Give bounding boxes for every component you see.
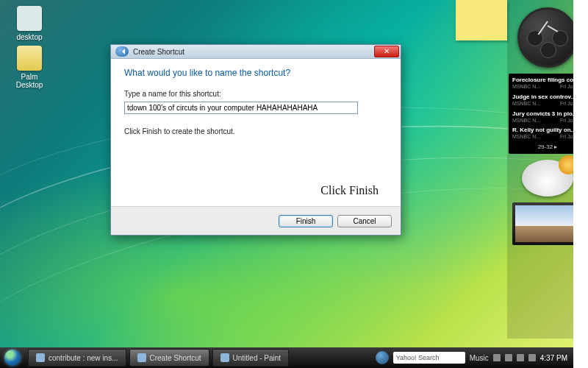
music-toolbar-label[interactable]: Music [470, 354, 489, 362]
cancel-button[interactable]: Cancel [337, 215, 392, 227]
desktop-wallpaper: desktop Palm Desktop Foreclosure filings… [0, 0, 588, 368]
feed-item[interactable]: Jury convicts 3 in plo... MSNBC N...Fri … [512, 110, 583, 124]
back-button[interactable] [115, 46, 129, 57]
feed-item[interactable]: Foreclosure filings co... MSNBC N...Fri … [512, 77, 583, 91]
wizard-footer: Finish Cancel [111, 206, 401, 235]
icon-label: desktop [7, 33, 51, 41]
desktop-icon-desktop[interactable]: desktop [7, 6, 51, 41]
tray-icon[interactable] [505, 354, 512, 361]
clock-subdial-icon [552, 30, 568, 46]
window-title: Create Shortcut [133, 48, 184, 56]
hp-advisor-icon[interactable] [376, 351, 389, 364]
palm-glyph-icon [17, 46, 42, 71]
feed-pager[interactable]: 29-32 ▸ [512, 144, 583, 151]
shortcut-name-input[interactable] [124, 102, 358, 114]
feed-source: MSNBC N... [512, 101, 540, 107]
feed-headline: Judge in sex controv... [512, 93, 583, 101]
clock-hand-icon [548, 25, 559, 32]
slideshow-image [515, 205, 580, 242]
start-button[interactable] [0, 347, 25, 368]
clock-subdial-icon [540, 42, 556, 58]
create-shortcut-window: Create Shortcut ✕ What would you like to… [110, 44, 401, 236]
feed-item[interactable]: Judge in sex controv... MSNBC N...Fri Ju… [512, 93, 583, 107]
feed-source: MSNBC N... [512, 118, 540, 124]
taskbar-label: Create Shortcut [150, 354, 201, 362]
feed-headline: R. Kelly not guilty on... [512, 127, 583, 134]
taskbar-label: contribute : new ins... [49, 354, 118, 362]
yahoo-search-input[interactable]: Yahoo! Search [393, 352, 465, 364]
app-icon [137, 353, 146, 362]
window-titlebar[interactable]: Create Shortcut ✕ [111, 45, 401, 59]
wizard-body: What would you like to name the shortcut… [111, 59, 401, 206]
desktop-icon-palm[interactable]: Palm Desktop [7, 46, 51, 89]
taskbar-button-paint[interactable]: Untitled - Paint [212, 349, 290, 367]
cpu-meter-gadget[interactable] [522, 160, 573, 197]
shortcut-name-label: Type a name for this shortcut: [124, 90, 387, 98]
feed-item[interactable]: R. Kelly not guilty on... MSNBC N...Fri … [512, 127, 583, 141]
clock-gadget[interactable] [517, 7, 578, 68]
taskbar-button-contribute[interactable]: contribute : new ins... [28, 349, 126, 367]
taskbar-button-create-shortcut[interactable]: Create Shortcut [129, 349, 209, 367]
wizard-hint: Click Finish to create the shortcut. [124, 127, 387, 135]
feed-source: MSNBC N... [512, 84, 540, 91]
crop-edge [573, 0, 588, 368]
start-orb-icon [4, 350, 21, 366]
taskbar-clock[interactable]: 4:37 PM [540, 354, 567, 362]
feed-headline: Jury convicts 3 in plo... [512, 110, 583, 118]
finish-button[interactable]: Finish [279, 215, 333, 227]
feed-headline: Foreclosure filings co... [512, 77, 583, 84]
slideshow-gadget[interactable] [512, 202, 583, 245]
tray-icon[interactable] [517, 354, 524, 361]
handwritten-annotation: Click Finish [320, 184, 379, 197]
tray-icon[interactable] [493, 354, 501, 361]
app-icon [36, 353, 45, 362]
sticky-note-gadget[interactable] [456, 0, 507, 40]
wizard-heading: What would you like to name the shortcut… [124, 68, 387, 78]
clock-subdial-icon [527, 30, 543, 46]
taskbar: contribute : new ins... Create Shortcut … [0, 347, 573, 368]
clock-hand-icon [538, 21, 548, 35]
system-tray: Yahoo! Search Music 4:37 PM [376, 351, 573, 364]
desktop-glyph-icon [17, 6, 42, 31]
taskbar-label: Untitled - Paint [233, 354, 282, 362]
tray-icon[interactable] [528, 354, 536, 361]
icon-label: Palm Desktop [7, 73, 51, 89]
app-icon [220, 353, 229, 362]
close-button[interactable]: ✕ [374, 46, 399, 57]
feed-source: MSNBC N... [512, 134, 540, 141]
